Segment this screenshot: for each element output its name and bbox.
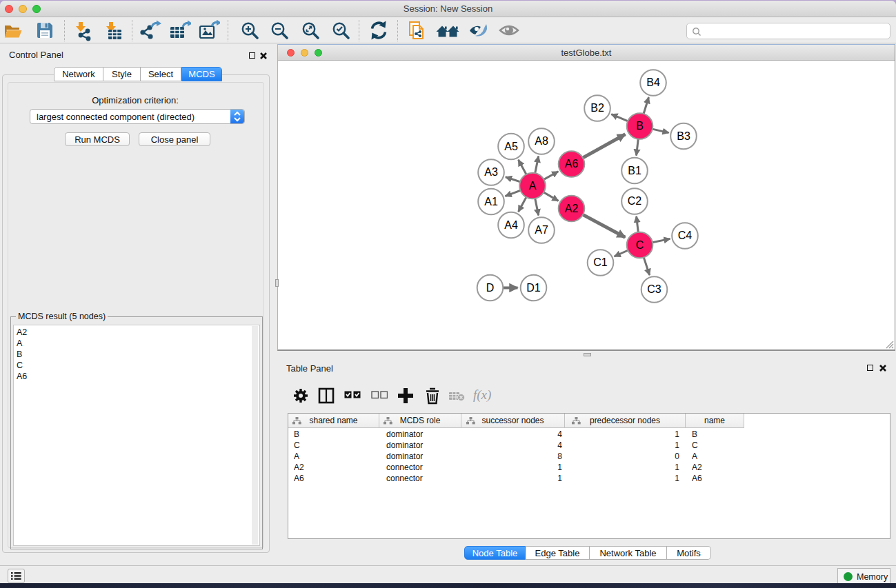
svg-text:C3: C3 [647, 283, 661, 295]
svg-text:C4: C4 [678, 230, 693, 241]
svg-text:A: A [529, 180, 537, 192]
svg-text:C1: C1 [593, 256, 608, 268]
svg-text:A7: A7 [535, 224, 548, 236]
svg-text:A5: A5 [504, 141, 518, 152]
svg-text:A4: A4 [504, 219, 518, 231]
svg-text:B4: B4 [646, 77, 660, 88]
svg-text:A6: A6 [565, 158, 579, 170]
svg-text:B2: B2 [590, 102, 604, 114]
svg-text:B1: B1 [628, 165, 641, 176]
svg-text:A3: A3 [484, 166, 498, 178]
svg-text:A8: A8 [535, 135, 548, 147]
svg-text:A2: A2 [565, 203, 579, 214]
svg-text:B3: B3 [677, 130, 690, 142]
svg-text:B: B [636, 120, 644, 132]
svg-text:D: D [486, 282, 495, 294]
svg-text:C: C [636, 239, 644, 251]
svg-text:C2: C2 [628, 195, 642, 207]
svg-text:D1: D1 [526, 282, 541, 294]
svg-text:A1: A1 [484, 196, 498, 207]
